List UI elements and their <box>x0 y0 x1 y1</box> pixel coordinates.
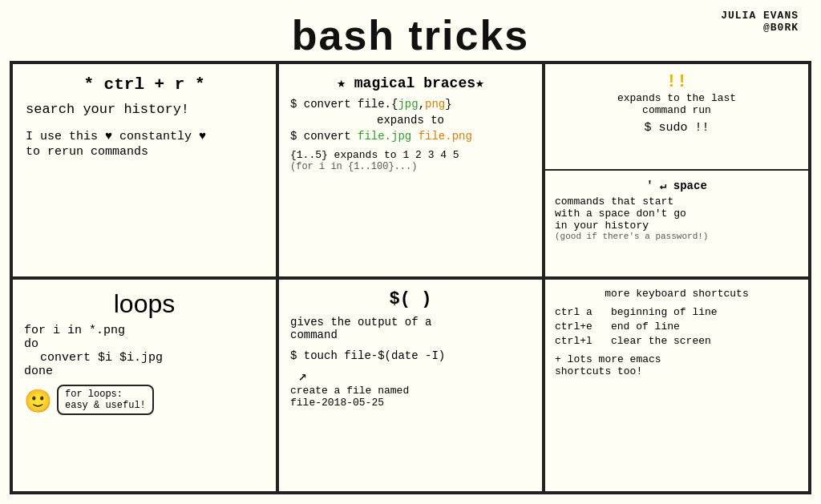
subshell-l2: command <box>290 329 531 341</box>
magic-code2: $ convert file.jpg file.png <box>290 130 531 143</box>
loops-code1: for i in *.png <box>24 324 265 337</box>
double-bang-l2: command run <box>555 104 799 116</box>
cell-loops: loops for i in *.png do convert $i $i.jp… <box>11 278 277 494</box>
shortcut1: ctrl a beginning of line <box>555 306 799 318</box>
loops-code3: convert $i $i.jpg <box>24 351 265 365</box>
shortcuts-extra: + lots more emacs <box>555 353 799 365</box>
space-l2: with a space don't go <box>555 208 799 220</box>
cell-subshell: $( ) gives the output of a command $ tou… <box>277 278 544 494</box>
subshell-l3: create a file named <box>290 385 531 397</box>
magic-title: ★ magical braces★ <box>290 74 531 91</box>
magic-code1: $ convert file.{jpg,png} <box>290 98 531 111</box>
ctrl-r-title: * ctrl + r * <box>26 75 263 94</box>
subshell-code1: $ touch file-$(date -I) <box>290 349 531 362</box>
space-note: (good if there's a password!) <box>555 232 799 241</box>
subshell-l4: file-2018-05-25 <box>290 397 531 409</box>
main-grid: * ctrl + r * search your history! I use … <box>10 61 811 494</box>
magic-code3: {1..5} expands to 1 2 3 4 5 <box>290 149 531 161</box>
space-l3: in your history <box>555 220 799 232</box>
loop-bubble: for loops: easy & useful! <box>57 385 154 415</box>
expands-to-text: expands to <box>290 114 531 127</box>
double-bang-symbol: !! <box>555 72 799 92</box>
shortcut2: ctrl+e end of line <box>555 321 799 333</box>
subshell-l1: gives the output of a <box>290 316 531 329</box>
page: bash tricks Julia Evans @b0rk * ctrl + r… <box>0 0 821 504</box>
cell-right-top: !! expands to the last command run $ sud… <box>544 62 810 278</box>
sc1-val: beginning of line <box>611 306 718 318</box>
author-handle: @b0rk <box>721 22 799 34</box>
sc1-key: ctrl a <box>555 306 611 318</box>
author-block: Julia Evans @b0rk <box>721 10 799 34</box>
stick-figure: 🙂 <box>24 388 52 415</box>
shortcuts-extra2: shortcuts too! <box>555 365 799 377</box>
ctrl-r-use: I use this ♥ constantly ♥ <box>26 130 263 143</box>
sc3-val: clear the screen <box>611 335 711 347</box>
sub-cell-space-trick: ' ↵ space commands that start with a spa… <box>545 171 808 276</box>
ctrl-r-search: search your history! <box>26 102 263 117</box>
double-bang-l1: expands to the last <box>555 92 799 104</box>
subshell-arrow: ↗ <box>298 367 531 385</box>
cell-ctrl-r: * ctrl + r * search your history! I use … <box>11 62 277 278</box>
space-chars: ' ↵ space <box>555 179 799 192</box>
double-bang-code: $ sudo !! <box>555 121 799 135</box>
stick-figure-area: 🙂 for loops: easy & useful! <box>24 385 265 415</box>
space-l1: commands that start <box>555 196 799 208</box>
loops-title: loops <box>24 289 265 319</box>
loops-code2: do <box>24 337 265 351</box>
shortcut3: ctrl+l clear the screen <box>555 335 799 347</box>
cell-shortcuts: more keyboard shortcuts ctrl a beginning… <box>544 278 810 494</box>
sub-cell-double-bang: !! expands to the last command run $ sud… <box>545 64 808 171</box>
header: bash tricks Julia Evans @b0rk <box>6 6 815 61</box>
author-name: Julia Evans <box>721 10 799 22</box>
shortcuts-title: more keyboard shortcuts <box>555 288 799 300</box>
page-title: bash tricks <box>292 11 530 59</box>
magic-code4: (for i in {1..100}...) <box>290 161 531 172</box>
sc2-key: ctrl+e <box>555 321 611 333</box>
ctrl-r-rerun: to rerun commands <box>26 145 263 159</box>
loops-code4: done <box>24 365 265 378</box>
sc3-key: ctrl+l <box>555 335 611 347</box>
cell-magic-braces: ★ magical braces★ $ convert file.{jpg,pn… <box>277 62 544 278</box>
sc2-val: end of line <box>611 321 680 333</box>
subshell-title: $( ) <box>290 289 531 309</box>
